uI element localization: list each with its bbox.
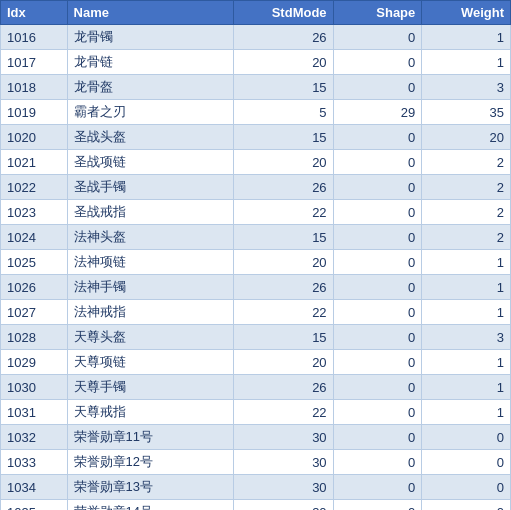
cell-shape: 0 (333, 375, 422, 400)
cell-shape: 0 (333, 300, 422, 325)
cell-name: 法神戒指 (67, 300, 233, 325)
cell-weight: 1 (422, 300, 511, 325)
cell-shape: 29 (333, 100, 422, 125)
cell-stdmode: 15 (233, 125, 333, 150)
cell-weight: 0 (422, 475, 511, 500)
table-row: 1030天尊手镯2601 (1, 375, 511, 400)
cell-name: 天尊手镯 (67, 375, 233, 400)
cell-idx: 1029 (1, 350, 68, 375)
table-row: 1025法神项链2001 (1, 250, 511, 275)
cell-weight: 1 (422, 50, 511, 75)
cell-idx: 1034 (1, 475, 68, 500)
cell-stdmode: 15 (233, 225, 333, 250)
cell-stdmode: 30 (233, 425, 333, 450)
cell-name: 法神头盔 (67, 225, 233, 250)
cell-idx: 1023 (1, 200, 68, 225)
cell-stdmode: 26 (233, 375, 333, 400)
table-row: 1033荣誉勋章12号3000 (1, 450, 511, 475)
cell-weight: 1 (422, 25, 511, 50)
cell-stdmode: 22 (233, 200, 333, 225)
cell-stdmode: 15 (233, 75, 333, 100)
cell-weight: 2 (422, 200, 511, 225)
cell-shape: 0 (333, 325, 422, 350)
cell-idx: 1016 (1, 25, 68, 50)
cell-weight: 2 (422, 225, 511, 250)
cell-weight: 2 (422, 175, 511, 200)
header-row: Idx Name StdMode Shape Weight (1, 1, 511, 25)
cell-shape: 0 (333, 500, 422, 511)
cell-shape: 0 (333, 275, 422, 300)
cell-idx: 1025 (1, 250, 68, 275)
cell-idx: 1024 (1, 225, 68, 250)
cell-name: 荣誉勋章13号 (67, 475, 233, 500)
cell-shape: 0 (333, 400, 422, 425)
table-row: 1017龙骨链2001 (1, 50, 511, 75)
cell-shape: 0 (333, 425, 422, 450)
cell-name: 圣战项链 (67, 150, 233, 175)
cell-name: 法神手镯 (67, 275, 233, 300)
cell-weight: 3 (422, 325, 511, 350)
cell-stdmode: 30 (233, 500, 333, 511)
cell-shape: 0 (333, 75, 422, 100)
cell-weight: 1 (422, 350, 511, 375)
data-table: Idx Name StdMode Shape Weight 1016龙骨镯260… (0, 0, 511, 510)
table-row: 1021圣战项链2002 (1, 150, 511, 175)
cell-stdmode: 26 (233, 175, 333, 200)
cell-shape: 0 (333, 50, 422, 75)
cell-stdmode: 26 (233, 25, 333, 50)
cell-idx: 1033 (1, 450, 68, 475)
cell-name: 荣誉勋章12号 (67, 450, 233, 475)
cell-name: 天尊头盔 (67, 325, 233, 350)
table-row: 1028天尊头盔1503 (1, 325, 511, 350)
cell-weight: 1 (422, 275, 511, 300)
cell-weight: 1 (422, 375, 511, 400)
cell-weight: 0 (422, 500, 511, 511)
table-row: 1031天尊戒指2201 (1, 400, 511, 425)
cell-name: 龙骨链 (67, 50, 233, 75)
cell-stdmode: 15 (233, 325, 333, 350)
table-row: 1016龙骨镯2601 (1, 25, 511, 50)
cell-idx: 1021 (1, 150, 68, 175)
cell-shape: 0 (333, 475, 422, 500)
table-row: 1034荣誉勋章13号3000 (1, 475, 511, 500)
cell-stdmode: 26 (233, 275, 333, 300)
cell-name: 法神项链 (67, 250, 233, 275)
cell-name: 天尊戒指 (67, 400, 233, 425)
table-row: 1024法神头盔1502 (1, 225, 511, 250)
cell-shape: 0 (333, 125, 422, 150)
cell-name: 圣战手镯 (67, 175, 233, 200)
cell-shape: 0 (333, 350, 422, 375)
table-row: 1019霸者之刃52935 (1, 100, 511, 125)
cell-idx: 1019 (1, 100, 68, 125)
table-row: 1023圣战戒指2202 (1, 200, 511, 225)
cell-weight: 0 (422, 425, 511, 450)
cell-name: 圣战头盔 (67, 125, 233, 150)
cell-weight: 3 (422, 75, 511, 100)
cell-stdmode: 22 (233, 300, 333, 325)
cell-stdmode: 20 (233, 350, 333, 375)
cell-name: 荣誉勋章11号 (67, 425, 233, 450)
cell-weight: 1 (422, 400, 511, 425)
header-name: Name (67, 1, 233, 25)
cell-shape: 0 (333, 25, 422, 50)
cell-stdmode: 20 (233, 150, 333, 175)
header-shape: Shape (333, 1, 422, 25)
cell-stdmode: 30 (233, 450, 333, 475)
cell-name: 霸者之刃 (67, 100, 233, 125)
cell-idx: 1030 (1, 375, 68, 400)
cell-shape: 0 (333, 250, 422, 275)
table-row: 1026法神手镯2601 (1, 275, 511, 300)
table-row: 1029天尊项链2001 (1, 350, 511, 375)
cell-stdmode: 22 (233, 400, 333, 425)
table-row: 1035荣誉勋章14号3000 (1, 500, 511, 511)
cell-stdmode: 20 (233, 250, 333, 275)
table-row: 1020圣战头盔15020 (1, 125, 511, 150)
cell-shape: 0 (333, 175, 422, 200)
cell-name: 圣战戒指 (67, 200, 233, 225)
cell-idx: 1018 (1, 75, 68, 100)
cell-weight: 2 (422, 150, 511, 175)
cell-idx: 1022 (1, 175, 68, 200)
table-row: 1022圣战手镯2602 (1, 175, 511, 200)
cell-weight: 20 (422, 125, 511, 150)
cell-idx: 1028 (1, 325, 68, 350)
